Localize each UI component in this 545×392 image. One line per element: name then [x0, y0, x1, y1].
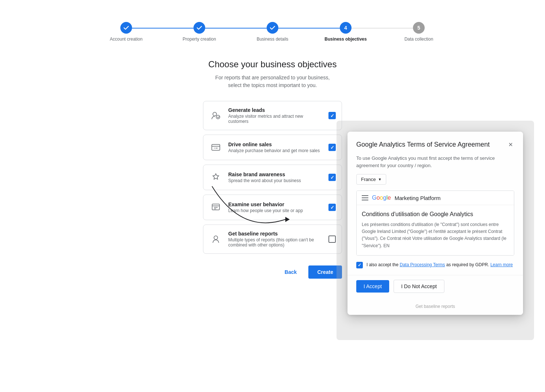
modal-body: To use Google Analytics you must first a… — [347, 155, 523, 268]
step-label-5: Data collection — [405, 37, 433, 42]
svg-rect-2 — [212, 144, 220, 150]
step-circle-3 — [267, 22, 278, 34]
objective-card-get-baseline-reports[interactable]: Get baseline reports Multiple types of r… — [203, 225, 342, 254]
svg-point-4 — [214, 236, 218, 240]
tos-content: Conditions d'utilisation de Google Analy… — [357, 205, 514, 255]
examine-user-behavior-desc: Learn how people use your site or app — [228, 208, 323, 213]
examine-user-behavior-title: Examine user behavior — [228, 201, 323, 207]
back-button[interactable]: Back — [279, 266, 302, 278]
gdpr-row: ✓ I also accept the Data Processing Term… — [356, 261, 514, 268]
drive-online-sales-icon — [209, 141, 222, 154]
gdpr-checkbox[interactable]: ✓ — [356, 262, 363, 268]
dropdown-arrow-icon: ▼ — [378, 177, 382, 181]
generate-leads-icon — [209, 109, 222, 122]
country-label: France — [361, 177, 376, 182]
i-accept-button[interactable]: I Accept — [356, 280, 389, 293]
get-baseline-reports-icon — [209, 233, 222, 246]
step-circle-2 — [193, 22, 205, 34]
svg-point-1 — [216, 115, 220, 119]
step-label-2: Property creation — [183, 37, 216, 42]
step-data-collection: 5 Data collection — [382, 22, 455, 42]
drive-online-sales-text: Drive online sales Analyze purchase beha… — [228, 142, 323, 153]
stepper: Account creation Property creation Busin… — [0, 22, 545, 42]
hamburger-icon — [362, 195, 368, 200]
raise-brand-awareness-title: Raise brand awareness — [228, 172, 323, 177]
generate-leads-checkbox[interactable]: ✓ — [328, 112, 336, 119]
tos-frame: Google Marketing Platform Conditions d'u… — [356, 191, 514, 256]
raise-brand-awareness-checkbox[interactable]: ✓ — [328, 174, 336, 181]
step-label-3: Business details — [257, 37, 289, 42]
modal-bottom-hint: Get baseline reports — [347, 300, 523, 315]
get-baseline-reports-desc: Multiple types of reports (this option c… — [228, 237, 323, 248]
generate-leads-title: Generate leads — [228, 107, 323, 113]
modal-header: Google Analytics Terms of Service Agreem… — [347, 132, 523, 155]
step-circle-1 — [120, 22, 132, 34]
examine-user-behavior-text: Examine user behavior Learn how people u… — [228, 201, 323, 213]
raise-brand-awareness-text: Raise brand awareness Spread the word ab… — [228, 172, 323, 183]
tos-frame-header: Google Marketing Platform — [357, 191, 514, 205]
modal-footer: I Accept I Do Not Accept — [347, 275, 523, 300]
examine-user-behavior-icon — [209, 201, 222, 214]
step-property-creation: Property creation — [163, 22, 236, 42]
step-circle-4: 4 — [340, 22, 352, 34]
learn-more-link[interactable]: Learn more — [491, 262, 513, 267]
drive-online-sales-title: Drive online sales — [228, 142, 323, 147]
country-dropdown[interactable]: France ▼ — [356, 174, 386, 185]
step-circle-5: 5 — [413, 22, 425, 34]
data-processing-terms-link[interactable]: Data Processing Terms — [400, 262, 445, 267]
page-subtitle: For reports that are personalized to you… — [215, 74, 330, 89]
step-account-creation: Account creation — [90, 22, 163, 42]
button-row: Back Create — [203, 265, 342, 279]
step-label-4: Business objectives — [324, 37, 367, 42]
get-baseline-reports-title: Get baseline reports — [228, 231, 323, 237]
objective-card-examine-user-behavior[interactable]: Examine user behavior Learn how people u… — [203, 195, 342, 220]
gdpr-text: I also accept the Data Processing Terms … — [367, 261, 513, 268]
tos-platform-label: Marketing Platform — [395, 195, 441, 201]
page-wrapper: Account creation Property creation Busin… — [0, 0, 545, 392]
do-not-accept-button[interactable]: I Do Not Accept — [394, 280, 444, 293]
objective-card-drive-online-sales[interactable]: Drive online sales Analyze purchase beha… — [203, 135, 342, 160]
objective-card-raise-brand-awareness[interactable]: Raise brand awareness Spread the word ab… — [203, 165, 342, 190]
get-baseline-reports-text: Get baseline reports Multiple types of r… — [228, 231, 323, 248]
generate-leads-text: Generate leads Analyze visitor metrics a… — [228, 107, 323, 124]
objectives-list: Generate leads Analyze visitor metrics a… — [203, 101, 342, 254]
modal-title: Google Analytics Terms of Service Agreem… — [356, 141, 490, 148]
generate-leads-desc: Analyze visitor metrics and attract new … — [228, 114, 323, 124]
modal-subtitle: To use Google Analytics you must first a… — [356, 155, 514, 169]
examine-user-behavior-checkbox[interactable]: ✓ — [328, 204, 336, 211]
svg-point-0 — [213, 112, 217, 116]
raise-brand-awareness-desc: Spread the word about your business — [228, 178, 323, 183]
get-baseline-reports-checkbox[interactable] — [328, 235, 336, 243]
tos-content-title: Conditions d'utilisation de Google Analy… — [362, 211, 509, 218]
drive-online-sales-desc: Analyze purchase behavior and get more s… — [228, 148, 323, 153]
modal-close-button[interactable]: × — [507, 139, 514, 150]
tos-modal: Google Analytics Terms of Service Agreem… — [347, 132, 523, 315]
objective-card-generate-leads[interactable]: Generate leads Analyze visitor metrics a… — [203, 101, 342, 130]
step-business-details: Business details — [236, 22, 309, 42]
step-business-objectives: 4 Business objectives — [309, 22, 382, 42]
raise-brand-awareness-icon — [209, 171, 222, 184]
google-logo: Google — [372, 195, 391, 201]
page-title: Choose your business objectives — [208, 59, 337, 69]
step-label-1: Account creation — [110, 37, 142, 42]
drive-online-sales-checkbox[interactable]: ✓ — [328, 144, 336, 151]
tos-content-text: Les présentes conditions d'utilisation (… — [362, 221, 509, 249]
